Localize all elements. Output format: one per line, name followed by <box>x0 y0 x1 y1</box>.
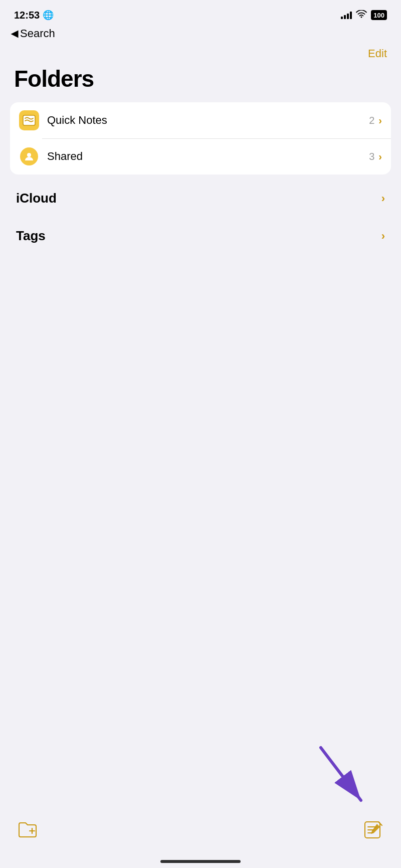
edit-button[interactable]: Edit <box>368 47 387 60</box>
tags-chevron-icon: › <box>381 230 385 243</box>
quick-notes-label: Quick Notes <box>47 114 369 127</box>
tags-label: Tags <box>16 228 381 244</box>
shared-chevron-icon: › <box>378 151 382 162</box>
quick-notes-folder-item[interactable]: Quick Notes 2 › <box>10 102 391 138</box>
svg-line-3 <box>321 748 361 800</box>
shared-label: Shared <box>47 150 369 163</box>
quick-notes-icon <box>19 110 39 130</box>
signal-bar-2 <box>344 15 346 19</box>
phone-screen: 12:53 🌐 100 <box>0 0 401 868</box>
quick-notes-count: 2 <box>369 115 374 126</box>
new-folder-button[interactable] <box>16 819 40 840</box>
svg-point-1 <box>27 153 31 157</box>
shared-folder-item[interactable]: Shared 3 › <box>10 138 391 175</box>
icloud-chevron-icon: › <box>381 192 385 205</box>
signal-bars-icon <box>341 11 352 19</box>
signal-bar-3 <box>347 14 349 19</box>
home-indicator <box>160 860 241 863</box>
quick-notes-chevron-icon: › <box>378 115 382 126</box>
bottom-toolbar <box>0 812 401 848</box>
back-arrow-icon: ◀ <box>11 28 18 39</box>
time-display: 12:53 <box>14 10 40 21</box>
page-header: Edit <box>0 47 401 62</box>
tags-section-item[interactable]: Tags › <box>2 217 399 255</box>
status-bar: 12:53 🌐 100 <box>0 0 401 26</box>
folders-card: Quick Notes 2 › Shared 3 › <box>10 102 391 175</box>
status-icons: 100 <box>341 10 387 21</box>
signal-bar-4 <box>350 12 352 19</box>
wifi-icon <box>356 10 367 21</box>
icloud-label: iCloud <box>16 191 381 206</box>
back-navigation[interactable]: ◀ Search <box>0 26 401 47</box>
signal-bar-1 <box>341 17 343 19</box>
arrow-annotation <box>311 743 371 808</box>
icloud-section-item[interactable]: iCloud › <box>2 180 399 217</box>
shared-icon-circle <box>20 147 38 165</box>
shared-icon <box>19 146 39 166</box>
battery-level: 100 <box>373 12 384 19</box>
shared-count: 3 <box>369 151 374 162</box>
back-label: Search <box>20 27 55 40</box>
battery-indicator: 100 <box>371 10 387 20</box>
new-note-button[interactable] <box>362 819 385 841</box>
globe-icon: 🌐 <box>43 10 54 21</box>
page-title: Folders <box>0 62 401 102</box>
status-time: 12:53 🌐 <box>14 10 54 21</box>
